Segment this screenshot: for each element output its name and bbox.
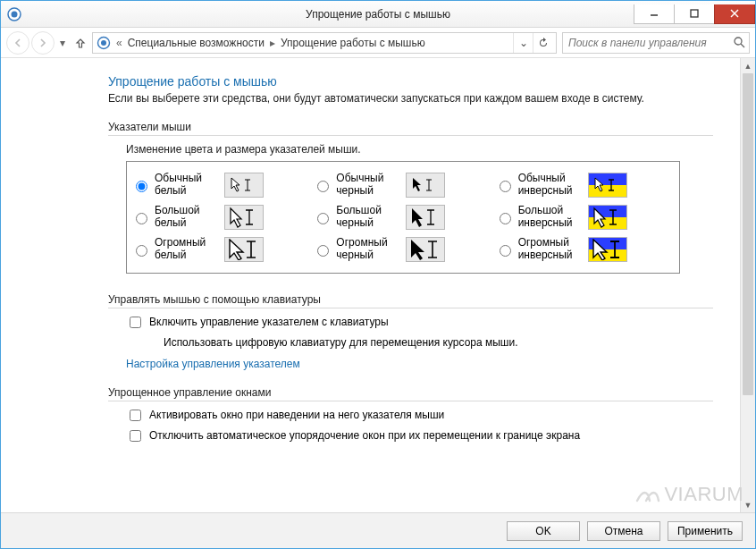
breadcrumb-sep-icon: ▸ bbox=[270, 37, 275, 49]
cursor-radio[interactable] bbox=[317, 213, 329, 224]
search-icon[interactable] bbox=[729, 37, 749, 48]
checkbox[interactable] bbox=[130, 410, 141, 421]
scroll-down-button[interactable]: ▼ bbox=[741, 497, 755, 512]
maximize-button[interactable] bbox=[674, 4, 715, 24]
cursor-option-large-inverse[interactable]: Большой инверсный bbox=[494, 203, 676, 232]
cursor-option-large-black[interactable]: Большой черный bbox=[312, 203, 493, 232]
minimize-button[interactable] bbox=[634, 4, 675, 24]
activate-on-hover-checkbox[interactable]: Активировать окно при наведении на него … bbox=[126, 409, 713, 424]
mousekeys-settings-link[interactable]: Настройка управления указателем bbox=[126, 358, 300, 370]
svg-point-8 bbox=[735, 38, 742, 45]
cursor-option-normal-black[interactable]: Обычный черный bbox=[312, 171, 493, 199]
svg-line-9 bbox=[741, 44, 744, 47]
scroll-up-button[interactable]: ▲ bbox=[741, 58, 755, 73]
cursor-preview-icon bbox=[406, 173, 445, 198]
mousekeys-description: Использовать цифровую клавиатуру для пер… bbox=[164, 336, 713, 349]
nav-up-button[interactable] bbox=[71, 33, 90, 53]
divider bbox=[108, 308, 713, 308]
apply-button[interactable]: Применить bbox=[668, 521, 743, 541]
navbar: ▾ « Специальные возможности ▸ Упрощение … bbox=[1, 28, 755, 58]
cursor-preview-icon bbox=[588, 173, 627, 198]
disable-snap-checkbox[interactable]: Отключить автоматическое упорядочение ок… bbox=[126, 429, 713, 444]
breadcrumb-item[interactable]: Упрощение работы с мышью bbox=[281, 37, 425, 49]
breadcrumb-item[interactable]: Специальные возможности bbox=[128, 37, 265, 49]
search-box[interactable] bbox=[562, 32, 750, 54]
address-bar[interactable]: « Специальные возможности ▸ Упрощение ра… bbox=[92, 32, 557, 54]
pointers-change-label: Изменение цвета и размера указателей мыш… bbox=[126, 143, 713, 156]
breadcrumb-sep-icon: « bbox=[116, 37, 122, 49]
svg-point-1 bbox=[12, 11, 18, 17]
titlebar: Упрощение работы с мышью bbox=[1, 1, 755, 28]
cursor-preview-icon bbox=[224, 237, 264, 262]
page-title: Упрощение работы с мышью bbox=[108, 74, 713, 89]
cursor-preview-icon bbox=[588, 237, 627, 262]
cursor-option-huge-white[interactable]: Огромный белый bbox=[130, 235, 312, 264]
cursor-radio[interactable] bbox=[317, 245, 329, 257]
refresh-button[interactable] bbox=[533, 33, 552, 53]
vertical-scrollbar[interactable]: ▲ ▼ bbox=[740, 58, 755, 512]
divider bbox=[108, 401, 713, 401]
cursor-radio[interactable] bbox=[136, 245, 147, 257]
cursor-preview-icon bbox=[406, 205, 445, 230]
scroll-thumb[interactable] bbox=[743, 73, 753, 395]
cursor-option-huge-inverse[interactable]: Огромный инверсный bbox=[494, 235, 676, 264]
nav-forward-button[interactable] bbox=[31, 31, 55, 55]
checkbox[interactable] bbox=[130, 317, 141, 328]
cursor-options-grid: Обычный белый Обычный черный bbox=[126, 161, 680, 274]
address-dropdown-button[interactable]: ⌄ bbox=[513, 33, 533, 53]
cancel-button[interactable]: Отмена bbox=[587, 521, 660, 541]
cursor-radio[interactable] bbox=[500, 213, 511, 224]
cursor-option-huge-black[interactable]: Огромный черный bbox=[312, 235, 493, 264]
nav-history-dropdown[interactable]: ▾ bbox=[56, 37, 69, 49]
cursor-radio[interactable] bbox=[136, 213, 147, 224]
svg-rect-3 bbox=[691, 10, 698, 17]
cursor-radio[interactable] bbox=[317, 181, 329, 192]
group-windows-label: Упрощенное управление окнами bbox=[108, 386, 713, 399]
content-area: Упрощение работы с мышью Если вы выберет… bbox=[1, 58, 740, 512]
divider bbox=[108, 135, 713, 136]
ok-button[interactable]: OK bbox=[507, 521, 580, 541]
app-icon bbox=[1, 1, 28, 28]
close-button[interactable] bbox=[714, 4, 755, 24]
cursor-radio[interactable] bbox=[136, 181, 147, 192]
cursor-preview-icon bbox=[406, 237, 445, 262]
cursor-preview-icon bbox=[588, 205, 627, 230]
cursor-option-large-white[interactable]: Большой белый bbox=[130, 203, 312, 232]
nav-back-button[interactable] bbox=[6, 31, 29, 55]
page-description: Если вы выберете эти средства, они будут… bbox=[108, 92, 662, 105]
group-keyboard-label: Управлять мышью с помощью клавиатуры bbox=[108, 293, 713, 306]
cursor-radio[interactable] bbox=[500, 181, 511, 192]
button-bar: OK Отмена Применить bbox=[1, 512, 755, 548]
svg-point-7 bbox=[101, 40, 106, 46]
cursor-option-normal-inverse[interactable]: Обычный инверсный bbox=[494, 171, 676, 199]
group-pointers-label: Указатели мыши bbox=[108, 121, 713, 133]
cursor-radio[interactable] bbox=[500, 245, 511, 257]
cursor-option-normal-white[interactable]: Обычный белый bbox=[130, 171, 312, 199]
cursor-preview-icon bbox=[224, 205, 264, 230]
cursor-preview-icon bbox=[224, 173, 264, 198]
control-panel-icon bbox=[97, 36, 111, 50]
search-input[interactable] bbox=[563, 37, 729, 49]
enable-mousekeys-checkbox[interactable]: Включить управление указателем с клавиат… bbox=[126, 316, 713, 331]
checkbox[interactable] bbox=[130, 430, 141, 442]
